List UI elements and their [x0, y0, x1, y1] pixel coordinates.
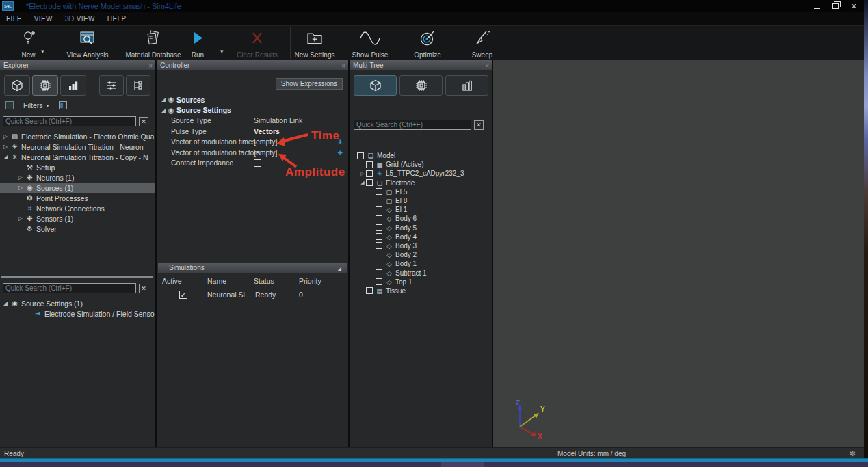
expander-icon[interactable]: ▷	[16, 185, 25, 191]
explorer-tab-model[interactable]	[4, 75, 30, 96]
explorer-search-clear-button[interactable]: ✕	[139, 117, 148, 126]
visibility-checkbox[interactable]	[376, 261, 382, 267]
tree-item[interactable]: ▷ ◉ Sources (1)	[0, 183, 155, 193]
visibility-checkbox[interactable]	[376, 206, 382, 213]
model-tree-item[interactable]: ◇ Subtract 1	[350, 268, 492, 277]
explorer-tab-analysis[interactable]	[60, 75, 86, 96]
show-pulse-button[interactable]: Show Pulse	[345, 28, 395, 59]
explorer-tab-simulation[interactable]	[32, 75, 58, 96]
visibility-checkbox[interactable]	[376, 224, 382, 231]
visibility-checkbox[interactable]	[376, 233, 382, 240]
controller-group-row[interactable]: ◢ ◉ Source Settings	[157, 105, 348, 116]
filters-label[interactable]: Filters	[23, 101, 43, 109]
explorer-close-icon[interactable]: ×	[148, 61, 153, 71]
contact-impedance-checkbox[interactable]	[254, 159, 261, 167]
optimize-button[interactable]: Optimize	[405, 28, 450, 59]
multi-tree-panel-header[interactable]: Multi-Tree ×	[350, 60, 492, 70]
controller-panel-header[interactable]: Controller ×	[157, 60, 348, 70]
resize-grip-icon[interactable]: ✼	[850, 449, 856, 458]
menu-item-file[interactable]: FILE	[0, 15, 28, 23]
tree-item[interactable]: ◢ ◉ Source Settings (1)	[0, 298, 155, 308]
tree-item[interactable]: ❂ Point Processes	[0, 193, 155, 203]
model-tree-item[interactable]: ❏ Model	[350, 151, 492, 160]
show-expressions-button[interactable]: Show Expressions	[276, 78, 343, 90]
explorer-bottom-search-clear-button[interactable]: ✕	[139, 284, 148, 293]
expander-icon[interactable]: ◢	[1, 300, 10, 306]
tree-item[interactable]: ▷ ✳ Neuronal Simulation Titration - Neur…	[0, 142, 155, 152]
model-tree-item[interactable]: ▷ ✳ L5_TTPC2_cADpyr232_3	[350, 169, 492, 178]
simulations-collapse-icon[interactable]: ◢	[337, 264, 341, 274]
3d-viewport[interactable]: Z Y X	[493, 60, 864, 447]
filters-checkbox[interactable]	[5, 101, 14, 109]
property-value[interactable]: [empty]	[254, 137, 277, 146]
tree-item[interactable]: ⚒ Setup	[0, 162, 155, 172]
menu-item-view[interactable]: VIEW	[28, 15, 59, 23]
title-bar[interactable]: S4L *Electrode with Nerve Model.smash - …	[0, 0, 864, 12]
controller-group-row[interactable]: ◢ ◉ Sources	[157, 94, 348, 105]
close-button[interactable]: ✕	[851, 3, 857, 10]
expander-icon[interactable]: ▷	[16, 215, 25, 222]
minimize-button[interactable]	[814, 3, 820, 10]
tree-item[interactable]: ➔ Electrode Simulation / Field Sensor S	[0, 308, 155, 319]
visibility-checkbox[interactable]	[376, 188, 382, 195]
filters-caret-icon[interactable]: ▾	[47, 103, 49, 109]
multi-tree-search-clear-button[interactable]: ✕	[474, 120, 484, 130]
expander-icon[interactable]: ◢	[157, 96, 166, 103]
taskbar-button[interactable]	[441, 462, 484, 467]
sweep-button[interactable]: Sweep	[462, 28, 502, 59]
restore-button[interactable]	[832, 3, 839, 10]
expander-icon[interactable]: ▷	[16, 174, 25, 181]
model-tree-item[interactable]: ◇ Body 4	[350, 232, 492, 241]
expander-icon[interactable]: ◢	[359, 180, 366, 185]
expander-icon[interactable]: ▷	[1, 133, 10, 139]
visibility-checkbox[interactable]	[376, 215, 382, 222]
run-button[interactable]: Run	[176, 28, 219, 59]
model-tree-item[interactable]: ◇ El 1	[350, 205, 492, 214]
model-tree-item[interactable]: ▦ Grid (Active)	[350, 160, 492, 169]
simulation-table-row[interactable]: ✓ Neuronal Si... Ready 0	[157, 290, 348, 301]
visibility-checkbox[interactable]	[366, 170, 373, 177]
property-value[interactable]: [empty]	[254, 148, 277, 157]
visibility-checkbox[interactable]	[366, 287, 373, 294]
expander-icon[interactable]: ▷	[359, 171, 366, 176]
multi-tree-tab-analysis[interactable]	[445, 75, 488, 96]
expander-icon[interactable]: ◢	[157, 107, 166, 114]
explorer-tree-layout-button[interactable]	[126, 75, 150, 96]
explorer-splitter[interactable]	[1, 276, 153, 278]
multi-tree-close-icon[interactable]: ×	[485, 61, 489, 71]
model-tree-item[interactable]: ◢ ❏ Electrode	[350, 178, 492, 187]
model-tree-item[interactable]: ◇ Body 5	[350, 224, 492, 232]
visibility-checkbox[interactable]	[366, 161, 373, 168]
tree-item[interactable]: ▷ ❋ Neurons (1)	[0, 172, 155, 183]
expander-icon[interactable]: ▷	[1, 144, 10, 150]
tree-item[interactable]: ▷ ▤ Electrode Simulation - Electro Ohmic…	[0, 131, 155, 142]
property-value[interactable]: Simulation Link	[254, 116, 302, 124]
explorer-search-input[interactable]	[3, 116, 136, 126]
model-tree-item[interactable]: ◇ Body 1	[350, 259, 492, 268]
simulation-active-checkbox[interactable]: ✓	[179, 291, 187, 299]
new-dropdown-caret[interactable]: ▾	[41, 48, 44, 55]
model-tree-item[interactable]: ▤ Tissue	[350, 286, 492, 295]
controller-close-icon[interactable]: ×	[341, 61, 345, 71]
model-tree-item[interactable]: ▢ El 8	[350, 196, 492, 205]
new-settings-button[interactable]: New Settings	[287, 28, 342, 59]
menu-item-3d-view[interactable]: 3D VIEW	[59, 15, 101, 23]
expander-icon[interactable]: ◢	[1, 154, 10, 160]
explorer-bottom-search-input[interactable]	[3, 283, 136, 293]
model-tree-item[interactable]: ◇ Body 6	[350, 214, 492, 223]
property-value[interactable]: Vectors	[254, 127, 280, 135]
model-tree-item[interactable]: ◇ Body 2	[350, 250, 492, 259]
add-vector-button[interactable]: +	[337, 148, 343, 158]
multi-tree-tab-model[interactable]	[354, 75, 397, 96]
model-tree-item[interactable]: ◇ Top 1	[350, 278, 492, 286]
tree-item[interactable]: ▷ ❉ Sensors (1)	[0, 213, 155, 224]
view-analysis-button[interactable]: View Analysis	[60, 28, 115, 59]
visibility-checkbox[interactable]	[376, 198, 382, 204]
tree-item[interactable]: ⌗ Network Connections	[0, 203, 155, 213]
explorer-panel-header[interactable]: Explorer ×	[0, 60, 155, 70]
visibility-checkbox[interactable]	[376, 252, 382, 258]
explorer-filter-options-button[interactable]	[99, 75, 124, 96]
visibility-checkbox[interactable]	[376, 269, 382, 276]
tree-item[interactable]: ⚙ Solver	[0, 224, 155, 234]
visibility-checkbox[interactable]	[366, 179, 373, 186]
